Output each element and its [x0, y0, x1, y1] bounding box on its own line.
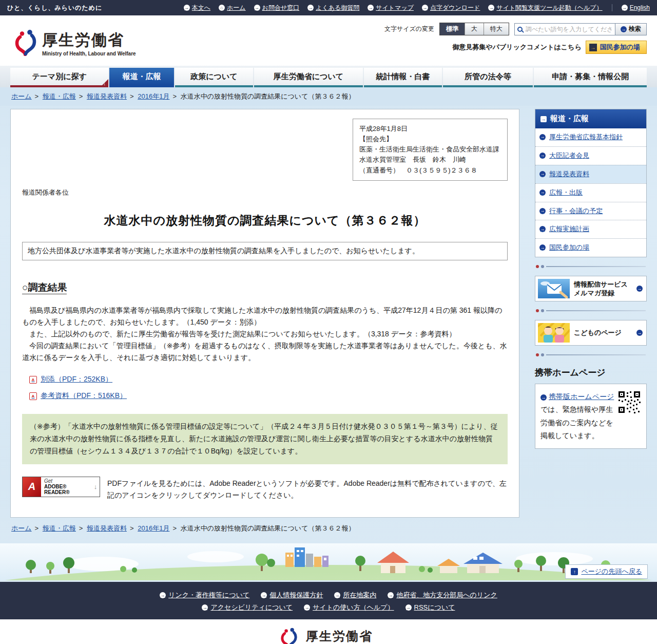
press-menu-title: →報道・広報 [535, 109, 646, 128]
arrow-circle-icon: → [388, 592, 394, 598]
footer-link-location[interactable]: →所在地案内 [334, 591, 376, 600]
tab-applications[interactable]: 申請・募集・情報公開 [534, 68, 647, 87]
site-title-en: Ministry of Health, Labour and Welfare [42, 51, 136, 56]
breadcrumb-press[interactable]: 報道・広報 [43, 524, 76, 532]
breadcrumb-press[interactable]: 報道・広報 [43, 92, 76, 100]
sidebar-item-minister-conference[interactable]: →大臣記者会見 [535, 146, 646, 165]
header-tools: 文字サイズの変更 標準 大 特大 →検索 御意見募集やパブリックコメントはこちら… [384, 21, 647, 66]
article-content: 平成28年1月8日 【照会先】 医薬・生活衛生局生活衛生・食品安全部水道課 水道… [10, 109, 519, 518]
footer-link-accessibility[interactable]: →アクセシビリティについて [202, 603, 293, 612]
tab-about[interactable]: 厚生労働省について [254, 68, 363, 87]
page-title: 水道水中の放射性物質の調査結果について（第３６２報） [22, 213, 508, 229]
topbar-link-english[interactable]: →English [622, 4, 650, 11]
paragraph: 福島県及び福島県内の水道事業者等が福島県内で採取して実施した水道水中の放射性物質… [22, 305, 508, 328]
mail-magazine-banner[interactable]: 情報配信サービス メルマガ登録 → [535, 276, 647, 301]
arrow-circle-icon: → [539, 171, 546, 177]
breadcrumb-home[interactable]: ホーム [11, 524, 32, 532]
font-size-switcher: 標準 大 特大 [439, 23, 509, 35]
footer-link-privacy[interactable]: →個人情報保護方針 [261, 591, 323, 600]
topbar-link-assist-tool[interactable]: →サイト閲覧支援ツール起動（ヘルプ） [488, 4, 602, 12]
topbar-link-main-content[interactable]: →本文へ [184, 4, 210, 12]
sidebar-item-press-releases[interactable]: →報道発表資料 [535, 165, 646, 183]
press-contact-box: 平成28年1月8日 【照会先】 医薬・生活衛生局生活衛生・食品安全部水道課 水道… [353, 119, 508, 181]
topbar-link-faq[interactable]: →よくある御質問 [307, 4, 359, 12]
pdf-link-reference[interactable]: A参考資料（PDF：516KB） [29, 391, 127, 401]
sidebar-item-participation[interactable]: →国民参加の場 [535, 238, 646, 257]
topbar-link-sitemap[interactable]: →サイトマップ [368, 4, 414, 12]
breadcrumb-press-releases[interactable]: 報道発表資料 [87, 524, 127, 532]
divider [536, 265, 646, 268]
mobile-site-box: →携帯版ホームページでは、緊急情報や厚生労働省のご案内などを掲載しています。 [535, 384, 647, 449]
footer-site-title: 厚生労働省 [302, 628, 377, 644]
back-to-top-link[interactable]: ページの先頭へ戻る [581, 567, 642, 576]
sidebar-item-pr-policy[interactable]: →厚生労働省広報基本指針 [535, 128, 646, 146]
site-title: 厚生労働省 [42, 30, 136, 51]
contact-label: 【照会先】 [359, 134, 501, 144]
arrow-up-icon: ↑ [571, 568, 578, 575]
topbar-link-home[interactable]: ⌂ホーム [219, 4, 246, 12]
font-size-large-button[interactable]: 大 [465, 23, 484, 35]
contact-department: 医薬・生活衛生局生活衛生・食品安全部水道課 [359, 144, 501, 155]
footer-link-help[interactable]: →サイトの使い方（ヘルプ） [304, 603, 394, 612]
tab-policy[interactable]: 政策について [175, 68, 253, 87]
arrow-circle-icon: → [539, 244, 546, 251]
breadcrumb: ホーム> 報道・広報> 報道発表資料> 2016年1月> 水道水中の放射性物質の… [0, 87, 657, 106]
breadcrumb-bottom: ホーム> 報道・広報> 報道発表資料> 2016年1月> 水道水中の放射性物質の… [0, 518, 657, 536]
chevron-down-icon: ↓ [100, 79, 108, 87]
tab-themes[interactable]: テーマ別に探す↓ [10, 68, 108, 87]
attachment-links: A別添（PDF：252KB） A参考資料（PDF：516KB） [29, 375, 508, 401]
topbar-link-contact[interactable]: →お問合せ窓口 [254, 4, 300, 12]
arrow-circle-icon: → [307, 5, 314, 11]
footer-link-bar: →リンク・著作権等について →個人情報保護方針 →所在地案内 →他府省、地方支分… [0, 582, 657, 619]
arrow-circle-icon: → [422, 5, 428, 11]
footer-link-copyright-policy[interactable]: →リンク・著作権等について [160, 591, 249, 600]
font-size-standard-button[interactable]: 標準 [440, 23, 465, 35]
divider [536, 353, 646, 356]
arrow-circle-icon: → [184, 5, 190, 11]
arrow-circle-icon: → [160, 592, 166, 598]
tab-laws[interactable]: 所管の法令等 [443, 68, 533, 87]
tab-statistics[interactable]: 統計情報・白書 [364, 68, 441, 87]
footer-link-rss[interactable]: →RSSについて [405, 603, 455, 612]
breadcrumb-home[interactable]: ホーム [11, 92, 32, 100]
pdf-link-attachment[interactable]: A別添（PDF：252KB） [29, 375, 112, 384]
arrow-circle-icon: → [636, 286, 643, 292]
sidebar: →報道・広報 →厚生労働省広報基本指針 →大臣記者会見 →報道発表資料 →広報・… [535, 109, 647, 449]
breadcrumb-press-releases[interactable]: 報道発表資料 [87, 92, 127, 100]
footer-link-other-ministries[interactable]: →他府省、地方支分部局へのリンク [388, 591, 497, 600]
section-heading: ○調査結果 [22, 281, 508, 294]
breadcrumb-month[interactable]: 2016年1月 [138, 92, 169, 100]
landscape-illustration [0, 543, 657, 580]
mhlw-logo[interactable]: 厚生労働省 Ministry of Health, Labour and Wel… [14, 21, 136, 66]
main-area: 平成28年1月8日 【照会先】 医薬・生活衛生局生活衛生・食品安全部水道課 水道… [0, 106, 657, 518]
search-button[interactable]: →検索 [615, 24, 646, 35]
public-participation-button[interactable]: →国民参加の場 [586, 41, 647, 54]
contact-phone: （直通番号） ０３(３５９５)２３６８ [359, 165, 501, 176]
mobile-site-text: では、緊急情報や厚生労働省のご案内などを掲載しています。 [540, 405, 613, 439]
utility-top-bar: ひと、くらし、みらいのために →本文へ ⌂ホーム →お問合せ窓口 →よくある御質… [0, 0, 657, 15]
sidebar-item-events[interactable]: →行事・会議の予定 [535, 202, 646, 220]
sidebar-item-publications[interactable]: →広報・出版 [535, 183, 646, 202]
search-input[interactable] [524, 26, 615, 33]
sidebar-item-pr-plan[interactable]: →広報実施計画 [535, 220, 646, 238]
adobe-reader-text: PDFファイルを見るためには、Adobe Readerというソフトが必要です。A… [107, 477, 508, 502]
release-date: 平成28年1月8日 [359, 124, 501, 134]
mhlw-logo-icon [280, 628, 298, 644]
arrow-circle-icon: → [368, 5, 374, 11]
paragraph: 今回の調査結果において「管理目標値」（※参考）を超過するものはなく、摂取制限等を… [22, 340, 508, 364]
tab-press[interactable]: 報道・広報 [109, 68, 174, 87]
footer-illustration: ↑ ページの先頭へ戻る [0, 543, 657, 582]
mhlw-logo-icon [14, 29, 37, 58]
adobe-logo-icon: A [23, 477, 41, 497]
arrow-circle-icon: → [540, 394, 547, 401]
arrow-circle-icon: → [539, 226, 546, 232]
mobile-site-link[interactable]: 携帯版ホームページ [549, 392, 614, 401]
topbar-link-braille[interactable]: →点字ダウンロード [422, 4, 480, 12]
divider [612, 4, 612, 11]
font-size-xlarge-button[interactable]: 特大 [484, 23, 509, 35]
global-navigation: テーマ別に探す↓ 報道・広報 政策について 厚生労働省について 統計情報・白書 … [0, 66, 657, 87]
pdf-icon: A [29, 392, 37, 400]
get-adobe-reader-button[interactable]: A Get ADOBE® READER® ↓ [22, 477, 100, 497]
kids-page-banner[interactable]: こどものページ → [535, 320, 647, 346]
breadcrumb-month[interactable]: 2016年1月 [138, 524, 169, 532]
